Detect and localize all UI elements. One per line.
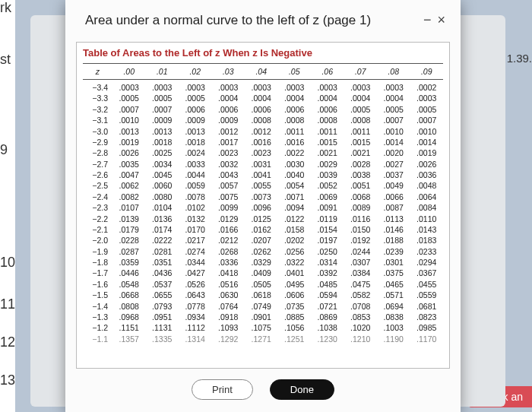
- table-cell: .0011: [311, 125, 344, 136]
- table-cell: .0018: [179, 137, 212, 147]
- table-cell: .0037: [377, 170, 410, 180]
- table-cell: .0934: [179, 312, 212, 322]
- table-cell: .0268: [211, 246, 245, 256]
- col-header: .09: [410, 64, 443, 80]
- table-cell: .0022: [277, 147, 311, 158]
- table-cell: .0294: [410, 257, 443, 268]
- table-cell: .0041: [245, 170, 278, 180]
- table-cell: .0256: [277, 246, 311, 256]
- left-label: rk: [0, 0, 11, 16]
- table-cell: .0084: [410, 202, 443, 213]
- table-row: −1.8.0359.0351.0344.0336.0329.0322.0314.…: [83, 257, 443, 268]
- col-header: .07: [344, 64, 377, 80]
- table-cell: .0002: [410, 80, 443, 93]
- table-cell: .0143: [410, 224, 443, 235]
- table-row: −1.5.0668.0655.0643.0630.0618.0606.0594.…: [83, 290, 443, 300]
- table-cell: .0005: [377, 104, 410, 115]
- table-cell: .0392: [311, 268, 344, 278]
- table-cell: .0013: [145, 125, 179, 136]
- table-cell: .0073: [245, 192, 278, 202]
- table-cell: .1292: [211, 333, 245, 344]
- table-cell: .0052: [311, 180, 344, 191]
- table-row: −1.7.0446.0436.0427.0418.0409.0401.0392.…: [83, 268, 443, 278]
- table-cell: .0082: [112, 192, 146, 202]
- table-cell: .0485: [311, 279, 344, 290]
- table-cell: .0139: [112, 213, 146, 223]
- table-cell: .0465: [377, 279, 410, 290]
- close-icon[interactable]: ×: [437, 12, 445, 28]
- table-cell: .1357: [112, 333, 146, 344]
- table-cell: −1.8: [83, 257, 112, 268]
- table-cell: −1.5: [83, 290, 112, 300]
- table-cell: .0582: [344, 290, 377, 300]
- table-cell: .0367: [410, 268, 443, 278]
- table-row: −1.4.0808.0793.0778.0764.0749.0735.0721.…: [83, 300, 443, 311]
- table-cell: .1112: [179, 322, 212, 333]
- done-button[interactable]: Done: [270, 379, 334, 400]
- table-cell: .1314: [179, 333, 212, 344]
- table-cell: .0005: [179, 93, 212, 103]
- table-cell: −2.6: [83, 170, 112, 180]
- table-cell: .0119: [311, 213, 344, 223]
- table-cell: .0007: [410, 115, 443, 125]
- table-cell: .0516: [211, 279, 245, 290]
- col-header: .02: [179, 64, 212, 80]
- table-cell: .0027: [377, 158, 410, 169]
- table-cell: .0003: [344, 80, 377, 93]
- window-controls: − ×: [423, 12, 445, 28]
- minimize-icon[interactable]: −: [423, 12, 432, 28]
- table-cell: .0049: [377, 180, 410, 191]
- table-body: −3.4.0003.0003.0003.0003.0003.0003.0003.…: [83, 80, 443, 344]
- table-cell: .0021: [311, 147, 344, 158]
- table-cell: −2.4: [83, 192, 112, 202]
- table-cell: .0281: [145, 246, 179, 256]
- table-cell: .0694: [377, 300, 410, 311]
- table-row: −1.9.0287.0281.0274.0268.0262.0256.0250.…: [83, 246, 443, 256]
- table-cell: .0154: [311, 224, 344, 235]
- table-cell: .0359: [112, 257, 146, 268]
- table-cell: .0409: [245, 268, 278, 278]
- table-cell: .0314: [311, 257, 344, 268]
- table-cell: .0228: [112, 235, 146, 246]
- table-cell: .0262: [245, 246, 278, 256]
- table-cell: .0384: [344, 268, 377, 278]
- table-cell: .0008: [245, 115, 278, 125]
- table-cell: .1190: [377, 333, 410, 344]
- table-cell: −3.4: [83, 80, 112, 93]
- table-cell: .0838: [377, 312, 410, 322]
- table-cell: .0075: [211, 192, 245, 202]
- table-cell: .0012: [245, 125, 278, 136]
- table-cell: .0606: [277, 290, 311, 300]
- table-cell: .0006: [179, 104, 212, 115]
- table-cell: .0132: [179, 213, 212, 223]
- table-cell: .0526: [179, 279, 212, 290]
- table-cell: .0087: [377, 202, 410, 213]
- table-cell: .0004: [377, 93, 410, 103]
- table-cell: .0062: [112, 180, 146, 191]
- table-cell: .0089: [344, 202, 377, 213]
- table-cell: .0025: [145, 147, 179, 158]
- table-cell: .0013: [179, 125, 212, 136]
- table-cell: .1003: [377, 322, 410, 333]
- table-cell: .0003: [277, 80, 311, 93]
- table-cell: .0005: [145, 93, 179, 103]
- table-cell: .0207: [245, 235, 278, 246]
- table-cell: .0044: [179, 170, 212, 180]
- table-cell: −2.9: [83, 137, 112, 147]
- table-cell: .0047: [112, 170, 146, 180]
- table-cell: .0036: [410, 170, 443, 180]
- table-cell: .0202: [277, 235, 311, 246]
- table-cell: .0057: [211, 180, 245, 191]
- table-cell: .0019: [112, 137, 146, 147]
- table-cell: .1210: [344, 333, 377, 344]
- table-cell: .0985: [410, 322, 443, 333]
- print-button[interactable]: Print: [192, 379, 253, 400]
- table-cell: −1.3: [83, 312, 112, 322]
- table-cell: .0043: [211, 170, 245, 180]
- table-cell: −1.4: [83, 300, 112, 311]
- table-cell: .0222: [145, 235, 179, 246]
- table-cell: .0559: [410, 290, 443, 300]
- table-row: −1.6.0548.0537.0526.0516.0505.0495.0485.…: [83, 279, 443, 290]
- table-cell: .0003: [112, 80, 146, 93]
- table-cell: .0051: [344, 180, 377, 191]
